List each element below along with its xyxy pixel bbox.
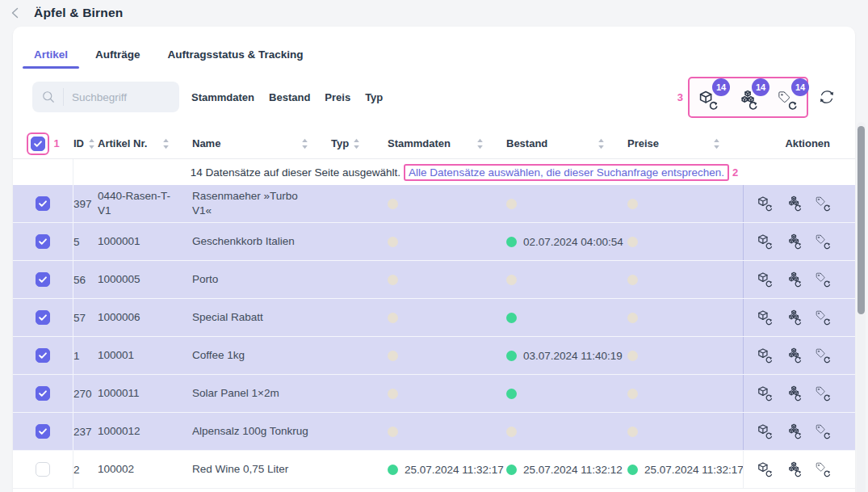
tab-artikel[interactable]: Artikel bbox=[32, 44, 69, 69]
row-sync-price-button[interactable] bbox=[815, 461, 832, 478]
cell-article-no: 1000012 bbox=[98, 424, 192, 439]
cell-bestand: 25.07.2024 11:32:12 bbox=[506, 464, 627, 476]
table-row[interactable]: 270 1000011 Solar Panel 1×2m bbox=[13, 375, 855, 413]
col-header-id[interactable]: ID bbox=[73, 137, 84, 149]
row-sync-stock-button[interactable] bbox=[786, 196, 803, 212]
row-sync-article-button[interactable] bbox=[757, 461, 774, 478]
cell-name: Coffee 1kg bbox=[192, 348, 331, 363]
filter-preis[interactable]: Preis bbox=[325, 91, 350, 103]
annotation-3-box: 14 14 14 bbox=[688, 77, 808, 118]
row-sync-stock-button[interactable] bbox=[786, 461, 803, 478]
row-checkbox[interactable] bbox=[36, 424, 50, 439]
sort-icon[interactable] bbox=[353, 138, 360, 149]
row-sync-price-button[interactable] bbox=[815, 347, 832, 364]
col-header-article-no[interactable]: Artikel Nr. bbox=[98, 137, 147, 149]
col-header-preise[interactable]: Preise bbox=[627, 137, 659, 149]
table-row[interactable]: 56 1000005 Porto bbox=[13, 261, 855, 299]
check-icon bbox=[37, 236, 48, 247]
row-sync-stock-button[interactable] bbox=[786, 347, 803, 364]
cell-bestand bbox=[506, 275, 627, 285]
row-sync-stock-button[interactable] bbox=[786, 385, 803, 402]
filter-typ[interactable]: Typ bbox=[365, 91, 383, 103]
back-button[interactable] bbox=[8, 6, 23, 20]
col-header-name[interactable]: Name bbox=[192, 137, 220, 149]
sync-articles-button[interactable]: 14 bbox=[698, 90, 719, 111]
cubes-sync-icon bbox=[786, 423, 803, 440]
cell-stammdaten bbox=[388, 199, 506, 209]
filter-bestand[interactable]: Bestand bbox=[269, 91, 310, 103]
col-header-bestand[interactable]: Bestand bbox=[506, 137, 547, 149]
row-sync-article-button[interactable] bbox=[757, 423, 774, 440]
table-row[interactable]: 237 1000012 Alpensalz 100g Tonkrug bbox=[13, 413, 855, 451]
row-sync-price-button[interactable] bbox=[815, 385, 832, 402]
row-checkbox[interactable] bbox=[36, 310, 50, 325]
tab-auftragsstatus-tracking[interactable]: Auftragsstatus & Tracking bbox=[166, 44, 305, 69]
scrollbar-track[interactable] bbox=[857, 122, 866, 492]
row-sync-price-button[interactable] bbox=[815, 309, 832, 326]
table-row[interactable]: 2 100002 Red Wine 0,75 Liter 25.07.2024 … bbox=[13, 451, 855, 489]
row-sync-price-button[interactable] bbox=[815, 271, 832, 288]
row-sync-price-button[interactable] bbox=[815, 423, 832, 440]
tag-sync-icon bbox=[815, 385, 832, 402]
row-sync-stock-button[interactable] bbox=[786, 309, 803, 326]
sort-icon[interactable] bbox=[713, 138, 720, 149]
select-all-matching-link[interactable]: Alle Datensätze auswählen, die dieser Su… bbox=[409, 166, 724, 179]
cell-name: Red Wine 0,75 Liter bbox=[192, 462, 331, 477]
row-checkbox[interactable] bbox=[36, 348, 50, 363]
sort-icon[interactable] bbox=[162, 138, 170, 149]
sync-prices-button[interactable]: 14 bbox=[777, 90, 799, 111]
sort-icon[interactable] bbox=[476, 138, 484, 149]
row-sync-price-button[interactable] bbox=[815, 196, 832, 212]
row-sync-article-button[interactable] bbox=[757, 385, 774, 402]
cell-id: 1 bbox=[73, 350, 98, 362]
scrollbar-thumb[interactable] bbox=[858, 126, 865, 314]
row-sync-article-button[interactable] bbox=[757, 309, 774, 326]
row-sync-stock-button[interactable] bbox=[786, 423, 803, 440]
table-row[interactable]: 397 0440-Rasen-T-V1 Rasenmaeher »Turbo V… bbox=[13, 185, 855, 223]
cell-preise: 25.07.2024 11:32:17 bbox=[627, 464, 743, 476]
bestand-status-dot bbox=[506, 275, 517, 285]
row-sync-article-button[interactable] bbox=[757, 347, 774, 364]
row-sync-price-button[interactable] bbox=[815, 233, 832, 250]
bestand-timestamp: 03.07.2024 11:40:19 bbox=[523, 350, 623, 362]
tab-auftraege[interactable]: Aufträge bbox=[94, 44, 142, 69]
selection-banner: 14 Datensätze auf dieser Seite ausgewähl… bbox=[13, 159, 855, 185]
refresh-button[interactable] bbox=[818, 88, 836, 106]
select-all-checkbox[interactable] bbox=[31, 137, 45, 151]
row-checkbox[interactable] bbox=[36, 272, 50, 287]
cell-article-no: 100002 bbox=[98, 462, 192, 477]
cell-name: Special Rabatt bbox=[192, 310, 331, 325]
sort-icon[interactable] bbox=[598, 138, 605, 149]
row-checkbox[interactable] bbox=[36, 196, 50, 211]
bestand-status-dot bbox=[506, 427, 517, 437]
cell-preise bbox=[627, 427, 743, 437]
row-sync-article-button[interactable] bbox=[757, 271, 774, 288]
cell-stammdaten bbox=[388, 351, 506, 361]
row-sync-stock-button[interactable] bbox=[786, 233, 803, 250]
row-checkbox[interactable] bbox=[36, 386, 50, 401]
table-row[interactable]: 1 100001 Coffee 1kg 03.07.2024 11:40:19 bbox=[13, 337, 855, 375]
table-row[interactable]: 5 1000001 Geschenkkorb Italien 02.07.202… bbox=[13, 223, 855, 261]
sort-icon[interactable] bbox=[301, 138, 308, 149]
filter-stammdaten[interactable]: Stammdaten bbox=[191, 91, 254, 103]
row-sync-article-button[interactable] bbox=[757, 233, 774, 250]
stammdaten-timestamp: 25.07.2024 11:32:17 bbox=[405, 464, 504, 476]
tag-sync-icon bbox=[815, 461, 832, 478]
row-sync-stock-button[interactable] bbox=[786, 271, 803, 288]
search-input[interactable] bbox=[72, 91, 169, 103]
row-checkbox[interactable] bbox=[36, 462, 50, 477]
row-checkbox[interactable] bbox=[36, 234, 50, 249]
cell-article-no: 100001 bbox=[98, 348, 192, 363]
sync-stock-button[interactable]: 14 bbox=[737, 90, 759, 111]
cubes-sync-icon bbox=[786, 233, 803, 250]
check-icon bbox=[37, 350, 48, 361]
cell-id: 5 bbox=[73, 236, 98, 248]
row-sync-article-button[interactable] bbox=[757, 196, 774, 212]
table-row[interactable]: 57 1000006 Special Rabatt bbox=[13, 299, 855, 337]
cell-name: Geschenkkorb Italien bbox=[192, 234, 331, 249]
search-box[interactable] bbox=[32, 82, 179, 112]
cell-name: Rasenmaeher »Turbo V1« bbox=[192, 189, 331, 218]
sort-icon[interactable] bbox=[88, 138, 95, 149]
col-header-stammdaten[interactable]: Stammdaten bbox=[388, 137, 451, 149]
col-header-typ[interactable]: Typ bbox=[331, 137, 349, 149]
